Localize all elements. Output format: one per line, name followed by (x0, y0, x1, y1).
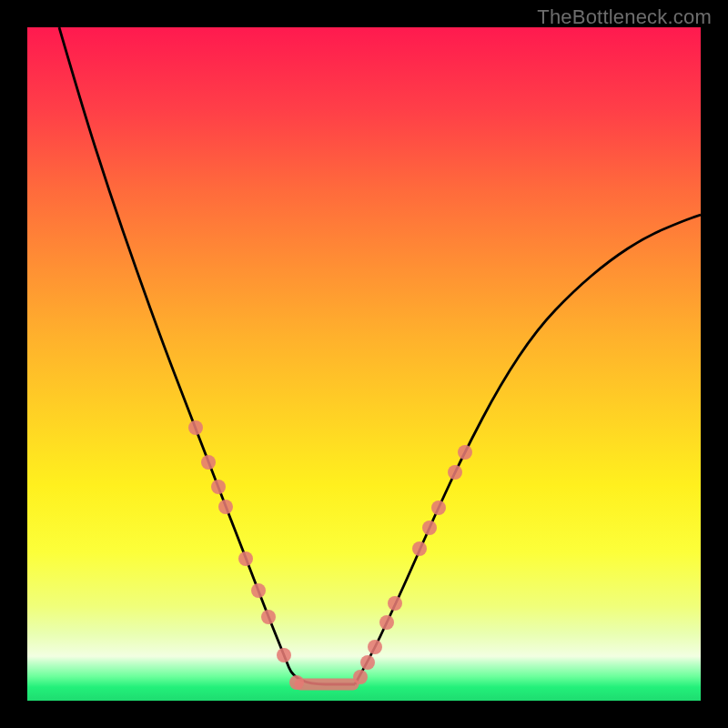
curve-path-right (355, 215, 701, 684)
data-marker (353, 670, 368, 684)
data-marker (201, 455, 216, 470)
data-marker (261, 610, 276, 624)
data-marker (218, 500, 233, 514)
data-marker (238, 551, 253, 566)
data-marker (458, 445, 472, 460)
data-marker (379, 615, 394, 630)
watermark-text: TheBottleneck.com (537, 5, 712, 29)
data-marker (368, 640, 382, 654)
data-marker (431, 500, 446, 515)
chart-svg (27, 27, 701, 701)
data-marker (289, 675, 304, 690)
data-marker (251, 583, 266, 598)
data-marker (448, 465, 462, 480)
data-marker (360, 655, 375, 670)
curve-path-left (59, 27, 355, 684)
data-marker (412, 541, 427, 556)
data-marker (211, 480, 226, 494)
chart-frame (27, 27, 701, 701)
data-marker (277, 648, 291, 662)
data-marker (422, 521, 437, 535)
data-marker (188, 420, 203, 435)
markers-left-group (188, 420, 304, 690)
data-marker (388, 596, 402, 611)
